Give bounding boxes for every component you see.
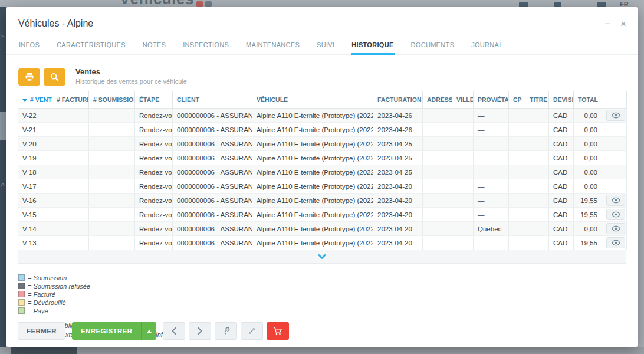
legend-label: = Payé: [28, 307, 48, 314]
table-row[interactable]: V-15Rendez-vous0000000006 - ASSURANCEAlp…: [18, 208, 627, 222]
column-header-vente[interactable]: # VENTE: [18, 91, 52, 109]
print-button[interactable]: [18, 68, 40, 86]
cell-total: 19,55: [574, 208, 602, 222]
tab-inspections[interactable]: INSPECTIONS: [182, 37, 229, 55]
view-sale-button[interactable]: [606, 237, 625, 248]
cart-button[interactable]: [267, 322, 289, 340]
status-legend: = Soumission = Soumission refusée = Fact…: [18, 274, 626, 314]
cell-vehicule: Alpine A110 E-ternite (Prototype) (2022): [252, 179, 373, 194]
column-header-adresse[interactable]: ADRESSE: [423, 91, 452, 109]
cell-etape: Rendez-vous: [135, 179, 173, 194]
view-sale-button[interactable]: [606, 209, 625, 220]
language-label: FR: [620, 1, 629, 7]
next-record-button[interactable]: [189, 322, 211, 340]
eye-icon: [612, 197, 620, 204]
save-options-button[interactable]: [141, 322, 156, 340]
column-header-soumission[interactable]: # SOUMISSION: [89, 91, 135, 109]
column-header-total[interactable]: TOTAL: [574, 91, 602, 109]
cell-etape: Rendez-vous: [135, 151, 173, 165]
cell-cp: [509, 137, 525, 151]
cell-ville: [452, 151, 474, 165]
cell-total: 0,00: [574, 109, 602, 123]
sort-desc-icon: [22, 99, 27, 102]
cell-vehicule: Alpine A110 E-ternite (Prototype) (2022): [252, 208, 373, 222]
table-row[interactable]: V-16Rendez-vous0000000006 - ASSURANCEAlp…: [18, 194, 627, 208]
cell-total: 0,00: [574, 179, 602, 194]
cell-vehicule: Alpine A110 E-ternite (Prototype) (2022): [252, 151, 373, 165]
load-more-row[interactable]: [18, 250, 626, 264]
deverouille-swatch: [18, 299, 25, 306]
cell-adresse: [423, 151, 452, 165]
view-sale-button[interactable]: [606, 195, 625, 206]
tab-caracteristiques[interactable]: CARACTÉRISTIQUES: [56, 37, 126, 55]
cell-vehicule: Alpine A110 E-ternite (Prototype) (2022): [252, 109, 373, 123]
column-header-ville[interactable]: VILLE: [452, 91, 474, 109]
column-header-devise[interactable]: DEVISE: [549, 91, 574, 109]
background-page-top: Véhicules FR: [0, 0, 644, 7]
column-header-etape[interactable]: ÉTAPE: [135, 91, 173, 109]
cell-soumission: [89, 137, 135, 151]
bell-icon: [554, 2, 561, 7]
cell-soumission: [89, 179, 135, 194]
table-row[interactable]: V-17Rendez-vous0000000006 - ASSURANCEAlp…: [18, 179, 627, 194]
close-icon[interactable]: ×: [620, 19, 626, 29]
table-row[interactable]: V-21Rendez-vous0000000006 - ASSURANCEAlp…: [18, 123, 627, 137]
cell-prov_etat: —: [474, 109, 509, 123]
cell-prov_etat: —: [474, 151, 509, 165]
cell-soumission: [89, 151, 135, 165]
cell-adresse: [423, 236, 452, 250]
column-header-facturation[interactable]: FACTURATION: [373, 91, 423, 109]
cell-ville: [452, 109, 474, 123]
cell-devise: CAD: [549, 165, 574, 179]
table-row[interactable]: V-13Rendez-vous0000000006 - ASSURANCEAlp…: [18, 236, 627, 250]
cell-adresse: [423, 137, 452, 151]
cell-cp: [509, 179, 525, 194]
tab-bar: INFOS CARACTÉRISTIQUES NOTES INSPECTIONS…: [6, 37, 638, 55]
sidebar-partial-text: s: [1, 33, 4, 38]
minimize-button[interactable]: −: [604, 19, 610, 29]
view-sale-button[interactable]: [606, 223, 625, 234]
tab-suivi[interactable]: SUIVI: [316, 37, 335, 55]
eye-icon: [612, 240, 620, 246]
view-sale-button[interactable]: [606, 110, 625, 121]
cell-adresse: [423, 208, 452, 222]
tab-infos[interactable]: INFOS: [18, 37, 40, 55]
cell-ville: [452, 179, 474, 194]
cell-ville: [452, 222, 474, 236]
column-header-vehicule[interactable]: VÉHICULE: [252, 91, 373, 109]
table-row[interactable]: V-18Rendez-vous0000000006 - ASSURANCEAlp…: [18, 165, 627, 179]
tab-historique[interactable]: HISTORIQUE: [351, 37, 394, 55]
compress-button[interactable]: [241, 322, 263, 340]
table-row[interactable]: V-20Rendez-vous0000000006 - ASSURANCEAlp…: [18, 137, 627, 151]
cell-adresse: [423, 194, 452, 208]
tab-maintenances[interactable]: MAINTENANCES: [245, 37, 300, 55]
tab-documents[interactable]: DOCUMENTS: [410, 37, 455, 55]
cell-facturation: 2023-04-20: [373, 179, 423, 194]
cell-view: [602, 109, 627, 123]
cell-soumission: [89, 208, 135, 222]
column-header-client[interactable]: CLIENT: [173, 91, 252, 109]
column-header-facture[interactable]: # FACTURE: [52, 91, 89, 109]
previous-record-button[interactable]: [163, 322, 185, 340]
cell-titre: [525, 109, 549, 123]
cell-client: 0000000006 - ASSURANCE: [173, 208, 252, 222]
copy-link-button[interactable]: [215, 322, 237, 340]
tab-journal[interactable]: JOURNAL: [471, 37, 503, 55]
cell-ville: [452, 236, 474, 250]
table-row[interactable]: V-19Rendez-vous0000000006 - ASSURANCEAlp…: [18, 151, 627, 165]
background-page-bottom: [0, 347, 644, 354]
column-header-cp[interactable]: CP: [509, 91, 525, 109]
cell-adresse: [423, 123, 452, 137]
search-button[interactable]: [44, 68, 65, 86]
column-header-prov_etat[interactable]: PROV/ÉTAT: [474, 91, 509, 109]
tab-notes[interactable]: NOTES: [142, 37, 166, 55]
cell-soumission: [89, 109, 135, 123]
cell-cp: [509, 151, 525, 165]
cell-vehicule: Alpine A110 E-ternite (Prototype) (2022): [252, 222, 373, 236]
table-row[interactable]: V-14Rendez-vous0000000006 - ASSURANCEAlp…: [18, 222, 627, 236]
close-button[interactable]: FERMER: [18, 322, 65, 340]
cell-titre: [525, 151, 549, 165]
save-button[interactable]: ENREGISTRER: [72, 322, 141, 340]
table-row[interactable]: V-22Rendez-vous0000000006 - ASSURANCEAlp…: [18, 109, 627, 123]
column-header-titre[interactable]: TITRE: [525, 91, 549, 109]
